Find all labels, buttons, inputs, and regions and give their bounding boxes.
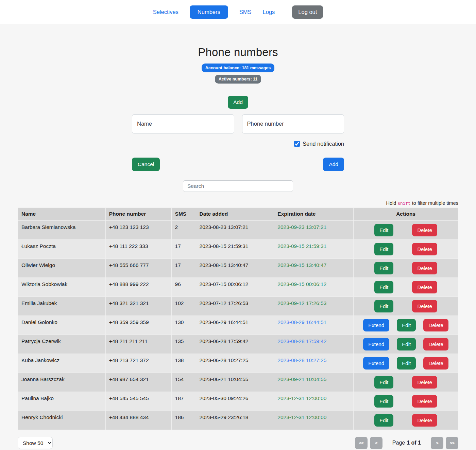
column-header-phone[interactable]: Phone number — [105, 208, 171, 220]
cell-expiration: 2023-08-28 10:27:25 — [274, 354, 354, 373]
cell-expiration: 2023-09-15 13:40:47 — [274, 258, 354, 277]
prev-page-button[interactable]: < — [370, 437, 382, 449]
delete-button[interactable]: Delete — [423, 357, 448, 370]
delete-button[interactable]: Delete — [412, 262, 437, 274]
cell-name: Paulina Bajko — [18, 392, 106, 411]
delete-button[interactable]: Delete — [412, 376, 437, 389]
delete-button[interactable]: Delete — [412, 395, 437, 408]
cell-actions: EditDelete — [354, 411, 458, 430]
table-row: Paulina Bajko+48 545 545 5451872023-05-3… — [18, 392, 458, 411]
logout-button[interactable]: Log out — [292, 5, 323, 19]
cell-phone: +48 321 321 321 — [105, 296, 171, 316]
cell-actions: EditDelete — [354, 296, 458, 316]
nav-item-numbers[interactable]: Numbers — [190, 5, 228, 19]
cell-name: Emilia Jakubek — [18, 296, 106, 316]
cell-date-added: 2023-05-29 23:26:18 — [196, 411, 274, 430]
column-header-expiration[interactable]: Expiration date — [274, 208, 354, 220]
delete-button[interactable]: Delete — [412, 281, 437, 293]
cell-sms: 138 — [171, 354, 196, 373]
extend-button[interactable]: Extend — [363, 357, 389, 370]
cell-actions: ExtendEditDelete — [354, 354, 458, 373]
edit-button[interactable]: Edit — [374, 281, 393, 293]
cell-phone: +48 434 888 434 — [105, 411, 171, 430]
cell-phone: +48 123 123 123 — [105, 220, 171, 239]
shift-key-hint: shift — [397, 201, 410, 206]
cell-phone: +48 211 211 211 — [105, 335, 171, 354]
cell-date-added: 2023-05-30 09:24:26 — [196, 392, 274, 411]
cell-expiration: 2023-09-21 10:04:55 — [274, 373, 354, 392]
table-row: Barbara Siemianowska+48 123 123 12322023… — [18, 220, 458, 239]
cell-sms: 135 — [171, 335, 196, 354]
extend-button[interactable]: Extend — [363, 319, 389, 331]
cell-date-added: 2023-06-21 10:04:55 — [196, 373, 274, 392]
send-notification-checkbox[interactable] — [294, 141, 300, 147]
extend-button[interactable]: Extend — [363, 338, 389, 350]
cell-phone: +48 888 999 222 — [105, 277, 171, 296]
cell-phone: +48 545 545 545 — [105, 392, 171, 411]
send-notification-option[interactable]: Send notification — [132, 141, 344, 147]
cell-expiration: 2023-09-15 21:59:31 — [274, 239, 354, 258]
edit-button[interactable]: Edit — [397, 319, 416, 331]
cell-name: Joanna Barszczak — [18, 373, 106, 392]
edit-button[interactable]: Edit — [374, 376, 393, 389]
cell-date-added: 2023-07-15 00:06:12 — [196, 277, 274, 296]
cell-expiration: 2023-09-15 00:06:12 — [274, 277, 354, 296]
cell-actions: ExtendEditDelete — [354, 335, 458, 354]
nav-item-logs[interactable]: Logs — [263, 9, 275, 15]
cell-name: Daniel Golonko — [18, 316, 106, 335]
name-field[interactable] — [132, 114, 234, 133]
search-input[interactable] — [183, 180, 293, 192]
delete-button[interactable]: Delete — [412, 414, 437, 427]
edit-button[interactable]: Edit — [374, 262, 393, 274]
table-row: Oliwier Wielgo+48 555 666 777172023-08-1… — [18, 258, 458, 277]
edit-button[interactable]: Edit — [374, 395, 393, 408]
last-page-button[interactable]: >> — [446, 437, 458, 449]
nav-item-selectives[interactable]: Selectives — [153, 9, 178, 15]
cancel-button[interactable]: Cancel — [132, 158, 160, 171]
column-header-sms[interactable]: SMS — [171, 208, 196, 220]
cell-sms: 102 — [171, 296, 196, 316]
add-submit-button[interactable]: Add — [323, 158, 344, 171]
edit-button[interactable]: Edit — [374, 414, 393, 427]
cell-expiration: 2023-08-28 17:59:42 — [274, 335, 354, 354]
table-row: Henryk Chodnicki+48 434 888 4341862023-0… — [18, 411, 458, 430]
top-navbar: Selectives Numbers SMS Logs Log out — [0, 0, 476, 24]
cell-sms: 130 — [171, 316, 196, 335]
table-footer: Show 50 << < Page1 of 1 > >> — [18, 437, 458, 449]
page-title: Phone numbers — [0, 46, 476, 59]
cell-actions: EditDelete — [354, 392, 458, 411]
delete-button[interactable]: Delete — [412, 224, 437, 236]
cell-date-added: 2023-08-15 21:59:31 — [196, 239, 274, 258]
phone-number-field[interactable] — [242, 114, 344, 133]
account-balance-badge: Account balance: 181 messages — [202, 64, 274, 72]
table-row: Wiktoria Sobkowiak+48 888 999 222962023-… — [18, 277, 458, 296]
delete-button[interactable]: Delete — [423, 319, 448, 331]
delete-button[interactable]: Delete — [412, 300, 437, 312]
nav-item-sms[interactable]: SMS — [239, 9, 252, 15]
edit-button[interactable]: Edit — [397, 338, 416, 350]
next-page-button[interactable]: > — [431, 437, 443, 449]
edit-button[interactable]: Edit — [374, 224, 393, 236]
delete-button[interactable]: Delete — [412, 243, 437, 255]
edit-button[interactable]: Edit — [397, 357, 416, 370]
table-row: Patrycja Czerwik+48 211 211 2111352023-0… — [18, 335, 458, 354]
cell-expiration: 2023-08-29 16:44:51 — [274, 316, 354, 335]
cell-expiration: 2023-12-31 12:00:00 — [274, 392, 354, 411]
column-header-date-added[interactable]: Date added — [196, 208, 274, 220]
cell-date-added: 2023-07-12 17:26:53 — [196, 296, 274, 316]
add-toggle-button[interactable]: Add — [228, 96, 248, 109]
edit-button[interactable]: Edit — [374, 300, 393, 312]
page-size-select[interactable]: Show 50 — [18, 437, 53, 449]
delete-button[interactable]: Delete — [423, 338, 448, 350]
column-header-actions: Actions — [354, 208, 458, 220]
cell-sms: 187 — [171, 392, 196, 411]
cell-date-added: 2023-08-23 13:07:21 — [196, 220, 274, 239]
table-row: Daniel Golonko+48 359 359 3591302023-06-… — [18, 316, 458, 335]
first-page-button[interactable]: << — [355, 437, 368, 449]
cell-date-added: 2023-08-15 13:40:47 — [196, 258, 274, 277]
column-header-name[interactable]: Name — [18, 208, 106, 220]
cell-date-added: 2023-06-28 17:59:42 — [196, 335, 274, 354]
cell-actions: EditDelete — [354, 373, 458, 392]
cell-name: Henryk Chodnicki — [18, 411, 106, 430]
edit-button[interactable]: Edit — [374, 243, 393, 255]
